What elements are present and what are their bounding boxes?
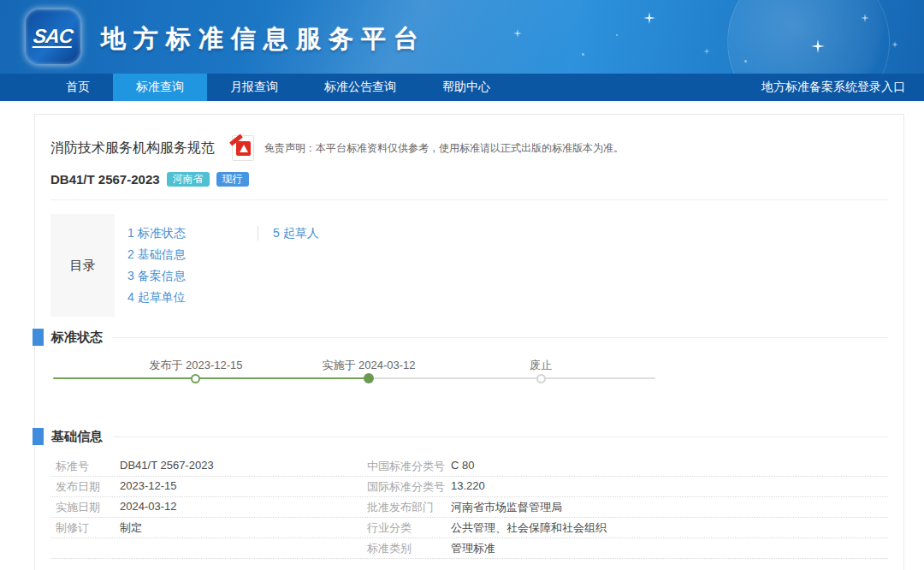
info-value: 13.220: [451, 479, 485, 495]
info-row: 标准号 DB41/T 2567-2023 中国标准分类号 C 80: [50, 456, 888, 477]
info-label: 国际标准分类号: [367, 479, 451, 495]
timeline-published-dot: [191, 374, 200, 383]
section-rule-line: [113, 337, 888, 338]
pdf-file-icon[interactable]: [232, 135, 254, 161]
dot-decoration: [744, 60, 747, 62]
info-value: 制定: [120, 520, 142, 536]
timeline-implemented-dot: [364, 373, 374, 383]
info-value: C 80: [451, 459, 474, 474]
toc-link-drafting-org[interactable]: 4 起草单位: [127, 287, 258, 308]
nav-item-help-center[interactable]: 帮助中心: [419, 74, 513, 101]
dot-decoration: [616, 34, 618, 36]
info-label: 实施日期: [50, 500, 120, 515]
sparkle-icon: [891, 41, 898, 48]
timeline-abolished-label: 废止: [530, 358, 552, 373]
info-row: 制修订 制定 行业分类 公共管理、社会保障和社会组织: [50, 518, 888, 538]
status-timeline: 发布于 2023-12-15 实施于 2024-03-12 废止: [50, 346, 888, 402]
toc-label: 目录: [50, 214, 115, 317]
info-value: 2023-12-15: [120, 479, 177, 495]
info-label: 制修订: [50, 520, 120, 536]
timeline-abolished-dot: [536, 374, 546, 383]
info-label: 发布日期: [50, 479, 120, 495]
sparkle-icon: [703, 48, 710, 55]
info-row: 标准类别 管理标准: [50, 538, 888, 559]
nav-item-standard-search[interactable]: 标准查询: [113, 74, 207, 101]
toc-link-filing-info[interactable]: 3 备案信息: [127, 265, 258, 287]
sparkle-icon: [643, 12, 655, 24]
disclaimer-text: 免责声明：本平台标准资料仅供参考，使用标准请以正式出版的标准版本为准。: [264, 141, 624, 156]
status-badge: 现行: [216, 172, 249, 187]
status-section-heading: 标准状态: [51, 330, 103, 346]
info-row: 实施日期 2024-03-12 批准发布部门 河南省市场监督管理局: [50, 497, 888, 518]
filing-system-login-link[interactable]: 地方标准备案系统登录入口: [761, 74, 905, 101]
section-marker: [33, 428, 44, 445]
basic-info-grid: 标准号 DB41/T 2567-2023 中国标准分类号 C 80 发布日期 2…: [50, 456, 888, 559]
timeline-line-future: [369, 377, 655, 379]
province-badge: 河南省: [167, 172, 210, 187]
info-label: 中国标准分类号: [367, 459, 451, 474]
info-section-heading: 基础信息: [51, 429, 103, 445]
info-value: 2024-03-12: [120, 500, 177, 515]
info-label: 批准发布部门: [367, 500, 451, 515]
timeline-line-active: [53, 377, 369, 379]
standard-code: DB41/T 2567-2023: [50, 172, 160, 187]
info-label: 行业分类: [367, 520, 451, 536]
toc-link-standard-status[interactable]: 1 标准状态: [127, 223, 258, 244]
info-label: 标准号: [50, 459, 120, 474]
sparkle-icon: [513, 29, 522, 38]
info-value: 公共管理、社会保障和社会组织: [451, 520, 607, 536]
info-value: 河南省市场监督管理局: [451, 500, 562, 515]
sac-logo-text: SAC: [33, 26, 74, 48]
globe-decoration: [727, 0, 890, 74]
standard-detail-card: 消防技术服务机构服务规范 免责声明：本平台标准资料仅供参考，使用标准请以正式出版…: [34, 114, 904, 570]
table-of-contents: 目录 1 标准状态 2 基础信息 3 备案信息 4 起草单位 5 起草人: [50, 214, 888, 317]
info-label: 标准类别: [367, 541, 451, 556]
divider: [50, 199, 888, 200]
nav-item-home[interactable]: 首页: [43, 74, 113, 101]
toc-link-drafters[interactable]: 5 起草人: [273, 223, 319, 244]
section-rule-line: [113, 436, 888, 437]
dot-decoration: [582, 53, 584, 56]
header-banner: SAC 地方标准信息服务平台: [0, 0, 924, 74]
timeline-implemented-label: 实施于 2024-03-12: [322, 358, 415, 373]
section-marker: [33, 329, 44, 346]
pdf-logo-square: [236, 141, 251, 156]
platform-title: 地方标准信息服务平台: [101, 22, 426, 56]
info-value: DB41/T 2567-2023: [120, 459, 214, 474]
toc-link-basic-info[interactable]: 2 基础信息: [127, 244, 258, 265]
sac-logo[interactable]: SAC: [26, 9, 80, 64]
info-value: 管理标准: [451, 541, 495, 556]
standard-title: 消防技术服务机构服务规范: [50, 140, 215, 157]
info-row: 发布日期 2023-12-15 国际标准分类号 13.220: [50, 477, 888, 497]
main-navbar: 首页 标准查询 月报查询 标准公告查询 帮助中心 地方标准备案系统登录入口: [0, 74, 924, 101]
nav-item-announcement-search[interactable]: 标准公告查询: [301, 74, 419, 101]
timeline-published-label: 发布于 2023-12-15: [149, 358, 242, 373]
nav-item-monthly-report[interactable]: 月报查询: [207, 74, 301, 101]
